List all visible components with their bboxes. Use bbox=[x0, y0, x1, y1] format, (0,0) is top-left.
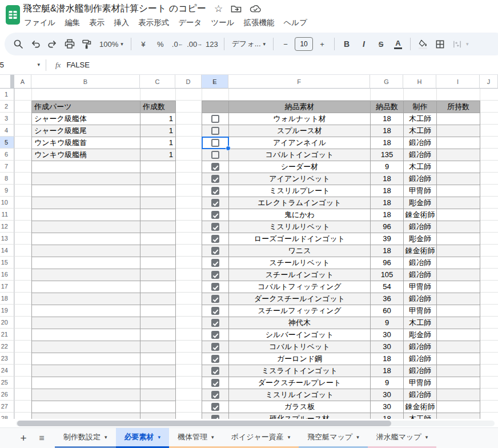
cell-material-job[interactable]: 鍛冶師 bbox=[404, 137, 437, 149]
row-header-19[interactable]: 19 bbox=[0, 305, 14, 317]
cell-part-count[interactable] bbox=[140, 305, 176, 317]
row-header-20[interactable]: 20 bbox=[0, 317, 14, 329]
checkbox-checked-icon[interactable] bbox=[211, 271, 219, 279]
sheet-tab-飛空艇マップ[interactable]: 飛空艇マップ▾ bbox=[299, 428, 367, 448]
checkbox-checked-icon[interactable] bbox=[211, 403, 219, 411]
cell-material-name[interactable]: エレクトラムインゴット bbox=[229, 197, 371, 209]
cell-material-name[interactable]: 神代木 bbox=[229, 317, 371, 329]
row-header-28[interactable]: 28 bbox=[0, 413, 14, 419]
cell-checkbox[interactable] bbox=[202, 353, 229, 365]
cell-checkbox[interactable] bbox=[202, 365, 229, 377]
menu-挿入[interactable]: 挿入 bbox=[109, 16, 134, 30]
cell-material-owned[interactable] bbox=[437, 161, 480, 173]
cell-checkbox[interactable] bbox=[202, 413, 229, 419]
cell-material-job[interactable]: 鍛冶師 bbox=[404, 221, 437, 233]
column-header-D[interactable]: D bbox=[175, 75, 202, 89]
search-icon[interactable] bbox=[10, 36, 26, 52]
cell-part-count[interactable] bbox=[140, 317, 176, 329]
cell-part-count[interactable] bbox=[140, 341, 176, 353]
redo-icon[interactable] bbox=[45, 36, 61, 52]
cell-part-name[interactable]: シャーク級艦尾 bbox=[32, 125, 140, 137]
column-header-C[interactable]: C bbox=[140, 75, 175, 89]
row-header-27[interactable]: 27 bbox=[0, 401, 14, 413]
cell-material-name[interactable]: ダークスチールインゴット bbox=[229, 293, 371, 305]
row-header-4[interactable]: 4 bbox=[0, 125, 14, 137]
cell-material-qty[interactable]: 18 bbox=[371, 173, 404, 185]
checkbox-checked-icon[interactable] bbox=[211, 379, 219, 387]
cell-material-job[interactable]: 鍛冶師 bbox=[404, 149, 437, 161]
cell-material-job[interactable]: 鍛冶師 bbox=[404, 365, 437, 377]
row-header-15[interactable]: 15 bbox=[0, 257, 14, 269]
cell-checkbox[interactable] bbox=[202, 161, 229, 173]
checkbox-checked-icon[interactable] bbox=[211, 211, 219, 219]
cell-material-name[interactable]: コバルトインゴット bbox=[229, 149, 371, 161]
cell-material-qty[interactable]: 96 bbox=[371, 221, 404, 233]
cell-material-qty[interactable]: 18 bbox=[371, 113, 404, 125]
cell-material-job[interactable]: 甲冑師 bbox=[404, 305, 437, 317]
row-header-22[interactable]: 22 bbox=[0, 341, 14, 353]
formula-input[interactable]: FALSE bbox=[66, 61, 89, 69]
checkbox-checked-icon[interactable] bbox=[211, 283, 219, 291]
cell-part-count[interactable] bbox=[140, 353, 176, 365]
move-folder-icon[interactable] bbox=[231, 4, 242, 13]
cell-material-qty[interactable]: 18 bbox=[371, 197, 404, 209]
checkbox-checked-icon[interactable] bbox=[211, 355, 219, 363]
cell-material-owned[interactable] bbox=[437, 353, 480, 365]
cell-material-owned[interactable] bbox=[437, 269, 480, 281]
cell-material-name[interactable]: ミスリルリベット bbox=[229, 221, 371, 233]
cell-checkbox[interactable] bbox=[202, 329, 229, 341]
sheet-canvas[interactable]: 1234567891011121314151617181920212223242… bbox=[0, 89, 498, 419]
paint-format-icon[interactable] bbox=[79, 36, 95, 52]
row-header-17[interactable]: 17 bbox=[0, 281, 14, 293]
row-header-7[interactable]: 7 bbox=[0, 161, 14, 173]
cell-material-job[interactable]: 彫金師 bbox=[404, 233, 437, 245]
cell-material-job[interactable]: 彫金師 bbox=[404, 197, 437, 209]
checkbox-checked-icon[interactable] bbox=[211, 235, 219, 243]
cell-material-name[interactable]: ミスリルプレート bbox=[229, 185, 371, 197]
cell-material-qty[interactable]: 30 bbox=[371, 389, 404, 401]
cell-checkbox[interactable] bbox=[202, 389, 229, 401]
cell-material-owned[interactable] bbox=[437, 341, 480, 353]
cell-material-name[interactable]: アイアンリベット bbox=[229, 173, 371, 185]
cell-part-name[interactable]: ウンキウ級艦首 bbox=[32, 137, 140, 149]
cell-part-name[interactable] bbox=[32, 305, 140, 317]
cell-checkbox[interactable] bbox=[202, 221, 229, 233]
menu-拡張機能[interactable]: 拡張機能 bbox=[239, 16, 279, 30]
cell-material-qty[interactable]: 9 bbox=[371, 317, 404, 329]
cell-material-owned[interactable] bbox=[437, 245, 480, 257]
cell-part-name[interactable] bbox=[32, 341, 140, 353]
cell-part-count[interactable] bbox=[140, 185, 176, 197]
cell-part-name[interactable] bbox=[32, 281, 140, 293]
checkbox-checked-icon[interactable] bbox=[211, 331, 219, 339]
name-box[interactable]: E5 ▾ bbox=[0, 55, 45, 74]
row-header-23[interactable]: 23 bbox=[0, 353, 14, 365]
cell-checkbox[interactable] bbox=[202, 173, 229, 185]
cloud-saved-icon[interactable] bbox=[250, 5, 262, 13]
percent-format-button[interactable]: % bbox=[152, 36, 168, 52]
cell-checkbox[interactable] bbox=[202, 197, 229, 209]
font-size-input[interactable]: 10 bbox=[295, 37, 313, 51]
checkbox-checked-icon[interactable] bbox=[211, 247, 219, 255]
row-header-26[interactable]: 26 bbox=[0, 389, 14, 401]
row-header-2[interactable]: 2 bbox=[0, 101, 14, 113]
cell-material-owned[interactable] bbox=[437, 185, 480, 197]
cell-material-name[interactable]: スチールフィッティング bbox=[229, 305, 371, 317]
italic-button[interactable]: I bbox=[356, 36, 372, 52]
cell-part-count[interactable]: 1 bbox=[140, 137, 176, 149]
cell-part-count[interactable] bbox=[140, 365, 176, 377]
cell-material-owned[interactable] bbox=[437, 257, 480, 269]
cell-material-owned[interactable] bbox=[437, 401, 480, 413]
checkbox-unchecked-icon[interactable] bbox=[211, 127, 219, 135]
row-header-13[interactable]: 13 bbox=[0, 233, 14, 245]
cell-part-count[interactable] bbox=[140, 161, 176, 173]
active-cell-selection[interactable] bbox=[202, 137, 229, 149]
cell-material-owned[interactable] bbox=[437, 365, 480, 377]
all-sheets-menu-button[interactable]: ≡ bbox=[34, 431, 49, 446]
cell-part-name[interactable]: ウンキウ級艦橋 bbox=[32, 149, 140, 161]
cell-checkbox[interactable] bbox=[202, 185, 229, 197]
cell-checkbox[interactable] bbox=[202, 305, 229, 317]
bold-button[interactable]: B bbox=[339, 36, 355, 52]
cell-checkbox[interactable] bbox=[202, 257, 229, 269]
cell-material-job[interactable]: 鍛冶師 bbox=[404, 353, 437, 365]
cell-material-owned[interactable] bbox=[437, 209, 480, 221]
